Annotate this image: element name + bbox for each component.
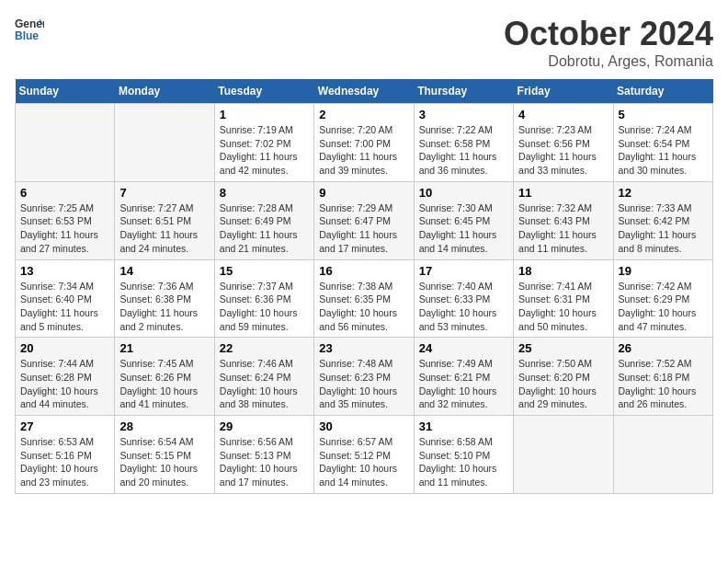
day-number: 23	[319, 341, 408, 355]
calendar-cell: 5Sunrise: 7:24 AM Sunset: 6:54 PM Daylig…	[613, 104, 712, 182]
svg-text:Blue: Blue	[15, 29, 39, 42]
calendar-cell: 15Sunrise: 7:37 AM Sunset: 6:36 PM Dayli…	[214, 259, 313, 338]
calendar-cell: 30Sunrise: 6:57 AM Sunset: 5:12 PM Dayli…	[314, 416, 414, 494]
calendar-cell: 25Sunrise: 7:50 AM Sunset: 6:20 PM Dayli…	[514, 338, 613, 416]
location-subtitle: Dobrotu, Arges, Romania	[504, 53, 713, 70]
day-number: 6	[20, 186, 109, 200]
calendar-cell: 23Sunrise: 7:48 AM Sunset: 6:23 PM Dayli…	[314, 338, 414, 416]
day-info: Sunrise: 6:58 AM Sunset: 5:10 PM Dayligh…	[419, 435, 508, 489]
calendar-cell: 6Sunrise: 7:25 AM Sunset: 6:53 PM Daylig…	[16, 181, 115, 259]
calendar-cell: 17Sunrise: 7:40 AM Sunset: 6:33 PM Dayli…	[414, 259, 513, 338]
day-info: Sunrise: 6:53 AM Sunset: 5:16 PM Dayligh…	[20, 435, 109, 489]
day-number: 22	[220, 341, 309, 355]
day-info: Sunrise: 7:32 AM Sunset: 6:43 PM Dayligh…	[518, 201, 608, 256]
calendar-cell: 16Sunrise: 7:38 AM Sunset: 6:35 PM Dayli…	[314, 259, 414, 338]
day-of-week-header: Monday	[115, 79, 214, 104]
day-info: Sunrise: 7:37 AM Sunset: 6:36 PM Dayligh…	[220, 280, 309, 334]
calendar-cell: 11Sunrise: 7:32 AM Sunset: 6:43 PM Dayli…	[514, 181, 613, 259]
day-number: 20	[20, 341, 109, 355]
calendar-week-row: 1Sunrise: 7:19 AM Sunset: 7:02 PM Daylig…	[16, 104, 713, 182]
calendar-cell: 20Sunrise: 7:44 AM Sunset: 6:28 PM Dayli…	[16, 338, 115, 416]
day-info: Sunrise: 7:29 AM Sunset: 6:47 PM Dayligh…	[319, 201, 408, 256]
day-number: 25	[518, 341, 608, 355]
calendar-week-row: 13Sunrise: 7:34 AM Sunset: 6:40 PM Dayli…	[16, 259, 713, 338]
logo: General Blue	[15, 15, 44, 44]
day-number: 27	[20, 419, 109, 433]
day-number: 3	[419, 108, 508, 121]
day-of-week-header: Thursday	[414, 79, 513, 104]
day-info: Sunrise: 6:54 AM Sunset: 5:15 PM Dayligh…	[119, 435, 209, 489]
day-info: Sunrise: 7:45 AM Sunset: 6:26 PM Dayligh…	[119, 357, 209, 411]
day-info: Sunrise: 7:20 AM Sunset: 7:00 PM Dayligh…	[319, 123, 408, 178]
calendar-table: SundayMondayTuesdayWednesdayThursdayFrid…	[15, 79, 713, 494]
day-number: 19	[619, 264, 708, 278]
calendar-cell	[613, 416, 712, 494]
calendar-cell	[514, 416, 613, 494]
calendar-cell: 26Sunrise: 7:52 AM Sunset: 6:18 PM Dayli…	[613, 338, 712, 416]
day-number: 29	[220, 419, 309, 433]
day-number: 4	[518, 108, 608, 121]
day-info: Sunrise: 7:41 AM Sunset: 6:31 PM Dayligh…	[518, 280, 608, 334]
calendar-week-row: 20Sunrise: 7:44 AM Sunset: 6:28 PM Dayli…	[16, 338, 713, 416]
day-info: Sunrise: 7:49 AM Sunset: 6:21 PM Dayligh…	[419, 357, 508, 411]
day-of-week-header: Tuesday	[214, 79, 313, 104]
calendar-cell: 28Sunrise: 6:54 AM Sunset: 5:15 PM Dayli…	[115, 416, 214, 494]
day-info: Sunrise: 7:46 AM Sunset: 6:24 PM Dayligh…	[220, 357, 309, 411]
day-info: Sunrise: 7:19 AM Sunset: 7:02 PM Dayligh…	[220, 123, 309, 178]
calendar-week-row: 27Sunrise: 6:53 AM Sunset: 5:16 PM Dayli…	[16, 416, 713, 494]
calendar-cell: 3Sunrise: 7:22 AM Sunset: 6:58 PM Daylig…	[414, 104, 513, 182]
calendar-cell: 24Sunrise: 7:49 AM Sunset: 6:21 PM Dayli…	[414, 338, 513, 416]
day-info: Sunrise: 7:34 AM Sunset: 6:40 PM Dayligh…	[20, 280, 109, 334]
day-info: Sunrise: 7:22 AM Sunset: 6:58 PM Dayligh…	[419, 123, 508, 178]
day-info: Sunrise: 7:24 AM Sunset: 6:54 PM Dayligh…	[619, 123, 708, 178]
day-number: 16	[319, 264, 408, 278]
day-number: 18	[518, 264, 608, 278]
day-info: Sunrise: 7:48 AM Sunset: 6:23 PM Dayligh…	[319, 357, 408, 411]
day-number: 15	[220, 264, 309, 278]
day-info: Sunrise: 7:27 AM Sunset: 6:51 PM Dayligh…	[119, 201, 209, 256]
day-info: Sunrise: 6:57 AM Sunset: 5:12 PM Dayligh…	[319, 435, 408, 489]
day-number: 1	[220, 108, 309, 121]
day-info: Sunrise: 7:33 AM Sunset: 6:42 PM Dayligh…	[619, 201, 708, 256]
day-info: Sunrise: 7:38 AM Sunset: 6:35 PM Dayligh…	[319, 280, 408, 334]
day-number: 28	[119, 419, 209, 433]
day-info: Sunrise: 7:42 AM Sunset: 6:29 PM Dayligh…	[619, 280, 708, 334]
day-number: 26	[619, 341, 708, 355]
day-of-week-header: Saturday	[613, 79, 712, 104]
day-number: 8	[220, 186, 309, 200]
calendar-body: 1Sunrise: 7:19 AM Sunset: 7:02 PM Daylig…	[16, 104, 713, 494]
calendar-cell: 27Sunrise: 6:53 AM Sunset: 5:16 PM Dayli…	[16, 416, 115, 494]
month-title: October 2024	[504, 15, 713, 53]
title-block: October 2024 Dobrotu, Arges, Romania	[504, 15, 713, 70]
calendar-cell: 18Sunrise: 7:41 AM Sunset: 6:31 PM Dayli…	[514, 259, 613, 338]
day-info: Sunrise: 7:25 AM Sunset: 6:53 PM Dayligh…	[20, 201, 109, 256]
calendar-cell: 10Sunrise: 7:30 AM Sunset: 6:45 PM Dayli…	[414, 181, 513, 259]
calendar-cell	[16, 104, 115, 182]
calendar-cell: 14Sunrise: 7:36 AM Sunset: 6:38 PM Dayli…	[115, 259, 214, 338]
calendar-cell: 12Sunrise: 7:33 AM Sunset: 6:42 PM Dayli…	[613, 181, 712, 259]
day-number: 2	[319, 108, 408, 121]
day-number: 12	[619, 186, 708, 200]
day-info: Sunrise: 7:36 AM Sunset: 6:38 PM Dayligh…	[119, 280, 209, 334]
day-info: Sunrise: 7:52 AM Sunset: 6:18 PM Dayligh…	[619, 357, 708, 411]
day-number: 7	[119, 186, 209, 200]
calendar-cell: 29Sunrise: 6:56 AM Sunset: 5:13 PM Dayli…	[214, 416, 313, 494]
day-number: 14	[119, 264, 209, 278]
calendar-cell: 31Sunrise: 6:58 AM Sunset: 5:10 PM Dayli…	[414, 416, 513, 494]
calendar-cell: 7Sunrise: 7:27 AM Sunset: 6:51 PM Daylig…	[115, 181, 214, 259]
calendar-cell: 9Sunrise: 7:29 AM Sunset: 6:47 PM Daylig…	[314, 181, 414, 259]
day-info: Sunrise: 6:56 AM Sunset: 5:13 PM Dayligh…	[220, 435, 309, 489]
day-number: 5	[619, 108, 708, 121]
day-number: 11	[518, 186, 608, 200]
day-info: Sunrise: 7:50 AM Sunset: 6:20 PM Dayligh…	[518, 357, 608, 411]
calendar-cell: 1Sunrise: 7:19 AM Sunset: 7:02 PM Daylig…	[214, 104, 313, 182]
day-number: 31	[419, 419, 508, 433]
calendar-week-row: 6Sunrise: 7:25 AM Sunset: 6:53 PM Daylig…	[16, 181, 713, 259]
day-of-week-header: Sunday	[16, 79, 115, 104]
day-number: 24	[419, 341, 508, 355]
day-info: Sunrise: 7:44 AM Sunset: 6:28 PM Dayligh…	[20, 357, 109, 411]
day-info: Sunrise: 7:23 AM Sunset: 6:56 PM Dayligh…	[518, 123, 608, 178]
calendar-cell: 21Sunrise: 7:45 AM Sunset: 6:26 PM Dayli…	[115, 338, 214, 416]
calendar-cell: 19Sunrise: 7:42 AM Sunset: 6:29 PM Dayli…	[613, 259, 712, 338]
day-info: Sunrise: 7:28 AM Sunset: 6:49 PM Dayligh…	[220, 201, 309, 256]
